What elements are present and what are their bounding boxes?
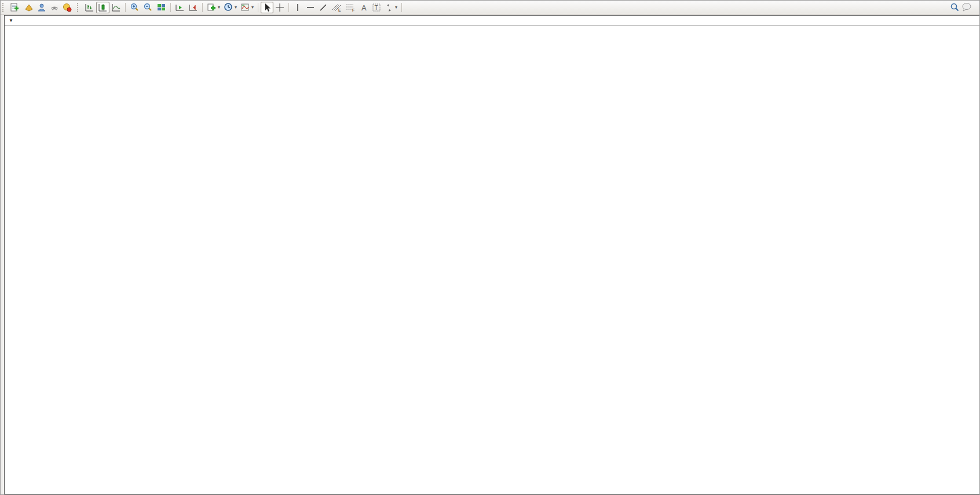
channel-tool[interactable]: E bbox=[330, 2, 343, 13]
line-chart-icon bbox=[111, 3, 121, 12]
accounts-button[interactable] bbox=[35, 2, 48, 13]
text-label-icon: T bbox=[372, 3, 381, 12]
market-watch-button[interactable] bbox=[23, 2, 35, 13]
indicators-button[interactable]: ▾ bbox=[205, 2, 222, 13]
indicators-icon bbox=[207, 3, 217, 12]
toolbar-grip[interactable] bbox=[2, 3, 6, 12]
fibonacci-tool[interactable]: F bbox=[343, 2, 357, 13]
chart-menu-arrow[interactable]: ▼ bbox=[9, 18, 13, 23]
auto-scroll-icon bbox=[175, 3, 185, 12]
chart-shift-button[interactable] bbox=[187, 2, 200, 13]
indicators-caret: ▾ bbox=[218, 5, 220, 10]
templates-icon bbox=[240, 3, 250, 12]
cursor-icon bbox=[263, 3, 272, 12]
autotrading-button[interactable] bbox=[61, 2, 75, 13]
zoom-out-icon bbox=[143, 2, 153, 12]
chart-window: ▼ bbox=[4, 15, 980, 494]
text-tool[interactable]: A bbox=[357, 2, 370, 13]
chart-plot[interactable] bbox=[5, 25, 979, 494]
chat-bubble-icon bbox=[961, 2, 972, 12]
hline-icon bbox=[306, 3, 315, 12]
new-order-button[interactable] bbox=[8, 2, 23, 13]
zoom-in-icon bbox=[130, 2, 140, 12]
toolbar-grip2[interactable] bbox=[77, 3, 81, 12]
tile-windows-icon bbox=[156, 3, 166, 12]
svg-text:T: T bbox=[375, 5, 378, 11]
periods-caret: ▾ bbox=[235, 5, 237, 10]
search-icon bbox=[950, 2, 960, 12]
autotrading-icon bbox=[63, 3, 72, 12]
channel-icon: E bbox=[331, 3, 342, 12]
zoom-in-button[interactable] bbox=[128, 2, 141, 13]
svg-text:F: F bbox=[352, 8, 354, 12]
templates-caret: ▾ bbox=[251, 5, 254, 10]
trendline-icon bbox=[319, 3, 328, 12]
clock-icon bbox=[224, 2, 233, 12]
market-watch-icon bbox=[24, 3, 34, 12]
tile-windows-button[interactable] bbox=[155, 2, 168, 13]
main-toolbar: ▾ ▾ ▾ E F A T ▾ bbox=[1, 1, 980, 14]
text-icon: A bbox=[360, 3, 368, 12]
arrows-tool[interactable]: ▾ bbox=[383, 2, 399, 13]
line-chart-mode-button[interactable] bbox=[109, 2, 123, 13]
svg-text:A: A bbox=[361, 3, 367, 12]
text-label-tool[interactable]: T bbox=[370, 2, 383, 13]
arrows-caret: ▾ bbox=[395, 5, 397, 10]
new-order-icon bbox=[10, 3, 19, 12]
bar-chart-mode-button[interactable] bbox=[83, 2, 96, 13]
candlestick-icon bbox=[98, 3, 108, 12]
auto-scroll-button[interactable] bbox=[173, 2, 187, 13]
vline-icon bbox=[294, 3, 301, 12]
bar-chart-icon bbox=[85, 3, 94, 12]
signals-button[interactable] bbox=[48, 2, 61, 13]
zoom-out-button[interactable] bbox=[141, 2, 155, 13]
periods-button[interactable]: ▾ bbox=[222, 2, 239, 13]
arrows-icon bbox=[385, 3, 394, 12]
crosshair-icon bbox=[275, 3, 284, 12]
fibonacci-icon: F bbox=[345, 3, 356, 12]
horizontal-line-tool[interactable] bbox=[304, 2, 317, 13]
trendline-tool[interactable] bbox=[317, 2, 330, 13]
templates-button[interactable]: ▾ bbox=[239, 2, 255, 13]
chart-title-row: ▼ bbox=[5, 16, 979, 25]
chart-shift-icon bbox=[188, 3, 198, 12]
user-icon bbox=[37, 3, 46, 12]
cursor-button[interactable] bbox=[261, 2, 273, 13]
mt4-terminal: ▾ ▾ ▾ E F A T ▾ bbox=[0, 0, 980, 495]
crosshair-button[interactable] bbox=[273, 2, 286, 13]
candlestick-mode-button[interactable] bbox=[96, 2, 109, 13]
svg-text:E: E bbox=[338, 8, 341, 12]
notifications-button[interactable] bbox=[961, 2, 972, 13]
signal-icon bbox=[50, 3, 59, 12]
search-button[interactable] bbox=[948, 2, 961, 13]
vertical-line-tool[interactable] bbox=[291, 2, 304, 13]
